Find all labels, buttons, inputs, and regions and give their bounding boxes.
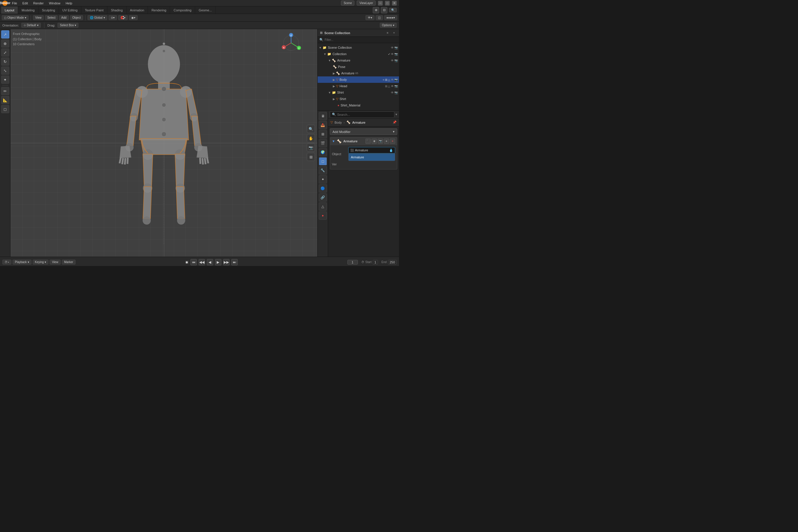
view-layer-selector[interactable]: ViewLayer [357,1,376,5]
eyedropper-icon[interactable]: 💧 [389,149,393,152]
vis-icon-arm[interactable]: 👁 [391,59,394,62]
options-btn[interactable]: Options ▾ [380,23,397,28]
tool-select[interactable]: ↗ [1,30,10,38]
render-icon-body[interactable]: 📷 [394,78,398,81]
tree-item-head[interactable]: ▶ ▽ Head ⊞ △ 👁 📷 [318,83,399,89]
viewport-icon[interactable]: ⊟ [381,7,387,14]
tree-item-shirt-root[interactable]: ▼ 📁 Shirt 👁 📷 [318,89,399,96]
keying-btn[interactable]: Keying ▾ [33,260,49,265]
xray-btn[interactable]: ◫ [376,15,383,20]
outliner-search-input[interactable] [325,38,397,41]
props-search-input[interactable] [337,113,392,116]
playback-btn[interactable]: Playback ▾ [13,260,32,265]
timeline-view-btn[interactable]: View [50,260,61,265]
tool-move[interactable]: ⤢ [1,49,10,57]
vis-icon-coll[interactable]: 👁 [391,53,394,56]
props-tab-world[interactable]: 🌍 [319,148,327,156]
tool-transform[interactable]: ✦ [1,76,10,84]
scene-icon[interactable]: ⊕ [373,7,379,14]
autocomplete-item-armature[interactable]: Armature [348,154,395,161]
tab-texture-paint[interactable]: Texture Paint [81,6,107,14]
window-close[interactable]: ✕ [392,1,397,5]
add-modifier-btn[interactable]: Add Modifier ▾ [330,128,397,135]
search-btn[interactable]: 🔍 [389,8,397,12]
props-tab-scene[interactable]: 🎬 [319,139,327,147]
tab-modeling[interactable]: Modeling [18,6,38,14]
props-tab-object[interactable]: ◻ [319,157,327,165]
tool-rotate[interactable]: ↻ [1,57,10,65]
tab-uv-editing[interactable]: UV Editing [59,6,81,14]
marker-btn[interactable]: Marker [62,260,76,265]
end-value[interactable]: 250 [388,260,397,265]
tool-annotate[interactable]: ✏ [1,87,10,95]
tab-sculpting[interactable]: Sculpting [38,6,59,14]
breadcrumb-armature[interactable]: Armature [352,121,365,124]
orientation-value[interactable]: ⊹ Default ▾ [21,23,41,28]
window-minimize[interactable]: ─ [378,1,383,5]
mod-menu-btn[interactable]: ≡ [384,138,389,144]
render-preview-btn[interactable]: ⊞ [307,153,315,161]
jump-end-btn[interactable]: ⏭ [231,259,238,265]
viewport[interactable]: Front Orthographic (1) Collection | Body… [11,29,317,256]
add-btn[interactable]: Add [59,15,69,20]
outliner-add-btn[interactable]: + [392,30,397,36]
scene-selector[interactable]: Scene [341,1,354,5]
mod-object-input[interactable]: ⬛ Armature 💧 [348,147,395,153]
mode-btn[interactable]: ◻ Object Mode ▾ [2,15,28,20]
tool-measure[interactable]: 📐 [1,96,10,104]
object-btn[interactable]: Object [70,15,83,20]
mod-realtime-btn[interactable]: ⬛ [365,138,371,144]
play-back-btn[interactable]: ◀ [207,259,213,265]
props-tab-material[interactable]: ● [319,211,327,220]
render-icon-scene[interactable]: 📷 [394,46,398,49]
tab-compositing[interactable]: Compositing [170,6,195,14]
vgroup-icon-body[interactable]: ⊞ [385,78,387,81]
drag-value[interactable]: Select Box ▾ [57,23,78,28]
menu-file[interactable]: File [10,1,19,5]
show-overlay-btn[interactable]: 👁▾ [365,15,375,20]
tab-layout[interactable]: Layout [1,6,18,14]
play-btn[interactable]: ▶ [215,259,221,265]
snap-btn[interactable]: 🧲▾ [118,15,128,20]
tab-animation[interactable]: Animation [127,6,148,14]
data-icon-head[interactable]: ⊞ [385,84,387,88]
vis-icon-head[interactable]: 👁 [391,84,394,88]
vis-icon-body[interactable]: 👁 [391,78,394,81]
menu-help[interactable]: Help [63,1,74,5]
menu-window[interactable]: Window [47,1,62,5]
render-icon-coll[interactable]: 📷 [394,53,398,56]
tab-shading[interactable]: Shading [107,6,126,14]
data-icon-body[interactable]: ≈ [383,78,385,81]
props-tab-modifier[interactable]: 🔧 [319,166,327,174]
props-tab-data[interactable]: △ [319,203,327,211]
proportional-btn[interactable]: ◉▾ [129,15,138,20]
view-btn[interactable]: View [33,15,44,20]
vis-icon-shirt[interactable]: 👁 [391,91,394,94]
render-icon-head[interactable]: 📷 [394,84,398,88]
transform-btn[interactable]: 🌐 Global ▾ [88,15,107,20]
props-pin-btn[interactable]: 📌 [393,120,397,124]
props-tab-physics[interactable]: 🔵 [319,184,327,192]
zoom-in-btn[interactable]: 🔍 [307,125,315,133]
tree-item-body[interactable]: ▶ ▽ Body ≈ ⊞ △ 👁 📷 [318,76,399,83]
props-tab-view-layer[interactable]: ⊞ [319,130,327,138]
tree-item-shirt-obj[interactable]: ▶ ▽ Shirt [318,96,399,102]
pivot-btn[interactable]: ⊙▾ [109,15,117,20]
menu-render[interactable]: Render [31,1,46,5]
step-back-btn[interactable]: ◀◀ [198,259,205,265]
pan-btn[interactable]: ✋ [307,134,315,142]
step-fwd-btn[interactable]: ▶▶ [223,259,230,265]
vis-icon-scene[interactable]: 👁 [391,46,394,49]
mod-render-btn[interactable]: 🖥 [372,138,377,144]
tool-add-cube[interactable]: ◻ [1,105,10,113]
mod-expand-icon[interactable]: ▼ [332,139,335,143]
window-maximize[interactable]: □ [385,1,390,5]
tree-item-armature[interactable]: ▼ 🦴 Armature 👁 📷 [318,57,399,63]
render-icon-shirt[interactable]: 📷 [394,91,398,94]
record-btn[interactable]: ⏺ [185,261,189,264]
props-tab-constraints[interactable]: 🔗 [319,193,327,202]
tree-item-collection[interactable]: ▼ 📁 Collection ✓ 👁 📷 [318,51,399,57]
viewport-shade-btn[interactable]: ●●●●▾ [384,15,397,20]
props-filter-toggle[interactable]: ▾ [396,113,397,116]
mod-camera-btn[interactable]: 📷 [378,138,383,144]
